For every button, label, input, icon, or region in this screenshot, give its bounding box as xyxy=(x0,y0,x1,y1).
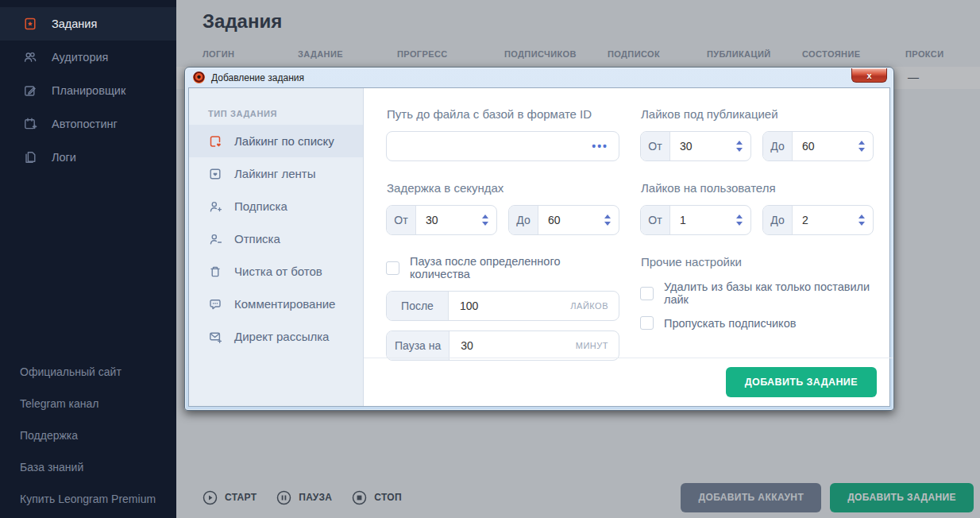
submit-add-task-button[interactable]: ДОБАВИТЬ ЗАДАНИЕ xyxy=(726,367,877,397)
spinner-down-icon[interactable] xyxy=(858,148,865,152)
likes-user-to-spinner: До xyxy=(762,205,874,235)
skip-followers-checkbox[interactable] xyxy=(640,316,654,330)
spinner-down-icon[interactable] xyxy=(604,222,611,226)
sidebar-item-planner[interactable]: Планировщик xyxy=(0,74,176,107)
after-count-prefix: После xyxy=(387,292,449,320)
modal-titlebar[interactable]: Добавление задания xyxy=(188,68,890,87)
task-type-liking-feed[interactable]: Лайкинг ленты xyxy=(189,157,363,190)
sidebar-nav: Задания Аудитория Планировщик Автопост xyxy=(0,0,176,174)
tasks-icon xyxy=(23,17,37,31)
sidebar-item-label: Аудитория xyxy=(52,51,108,64)
sidebar-item-audience[interactable]: Аудитория xyxy=(0,41,176,74)
likes-user-to-arrows xyxy=(858,206,873,234)
sidebar-item-logs[interactable]: Логи xyxy=(0,141,176,174)
remove-from-base-label: Удалить из базы как только поставили лай… xyxy=(664,280,874,306)
likes-post-from-arrows xyxy=(736,132,750,160)
delay-to-prefix: До xyxy=(509,206,538,234)
task-type-label: Комментирование xyxy=(234,297,335,311)
likes-post-from-input[interactable] xyxy=(670,132,736,160)
logs-icon xyxy=(23,150,37,164)
close-icon[interactable]: x xyxy=(851,68,887,83)
delay-from-input[interactable] xyxy=(416,206,482,234)
spinner-up-icon[interactable] xyxy=(858,141,865,145)
mail-plus-icon xyxy=(208,330,222,344)
file-path-input[interactable] xyxy=(397,140,592,153)
likes-post-to-spinner: До xyxy=(762,131,874,161)
spinner-down-icon[interactable] xyxy=(736,222,743,226)
link-support[interactable]: Поддержка xyxy=(20,419,168,451)
delay-label: Задержка в секундах xyxy=(387,181,619,195)
pause-minutes-field: Пауза на МИНУТ xyxy=(386,331,619,361)
form-right-column: Лайков под публикацией От xyxy=(640,107,874,370)
after-count-field: После ЛАЙКОВ xyxy=(386,291,619,321)
likes-post-to-input[interactable] xyxy=(793,132,858,160)
link-buy-premium[interactable]: Купить Leongram Premium xyxy=(20,483,168,515)
link-official-site[interactable]: Официальный сайт xyxy=(20,356,168,388)
likes-user-from-spinner: От xyxy=(640,205,751,235)
image-heart-icon xyxy=(208,167,222,181)
task-type-subscribe[interactable]: Подписка xyxy=(189,190,363,222)
pause-after-checkbox-row: Пауза после определенного количества xyxy=(386,255,619,280)
file-path-field: ••• xyxy=(386,131,619,161)
link-telegram-channel[interactable]: Telegram канал xyxy=(20,388,168,419)
after-count-input[interactable] xyxy=(449,300,570,312)
task-type-label: Лайкинг по списку xyxy=(234,134,334,148)
sidebar-item-tasks[interactable]: Задания xyxy=(0,7,176,41)
remove-from-base-checkbox[interactable] xyxy=(640,287,654,300)
planner-icon xyxy=(23,83,37,98)
app-logo-icon xyxy=(193,72,205,83)
task-type-direct-mailing[interactable]: Директ рассылка xyxy=(189,320,363,353)
task-type-bot-cleanup[interactable]: Чистка от ботов xyxy=(189,255,363,288)
likes-per-post-label: Лайков под публикацией xyxy=(641,107,874,121)
user-minus-icon xyxy=(208,232,222,246)
spinner-up-icon[interactable] xyxy=(858,215,865,218)
audience-icon xyxy=(23,50,37,64)
user-plus-icon xyxy=(208,199,222,214)
file-path-label: Путь до файла с базой в формате ID xyxy=(387,107,619,121)
likes-post-to-prefix: До xyxy=(763,132,793,160)
delay-from-prefix: От xyxy=(387,206,416,234)
task-type-commenting[interactable]: Комментирование xyxy=(189,288,363,320)
modal-add-task: Добавление задания x ТИП ЗАДАНИЯ Лайкинг… xyxy=(184,67,894,411)
task-type-label: Лайкинг ленты xyxy=(234,167,315,180)
link-knowledge-base[interactable]: База знаний xyxy=(20,451,168,483)
remove-from-base-row: Удалить из базы как только поставили лай… xyxy=(640,280,874,306)
likes-user-to-input[interactable] xyxy=(793,206,858,234)
sidebar-item-label: Автопостинг xyxy=(52,118,118,130)
spinner-down-icon[interactable] xyxy=(482,222,488,226)
spinner-down-icon[interactable] xyxy=(736,148,743,152)
spinner-up-icon[interactable] xyxy=(736,141,743,145)
task-type-liking-list[interactable]: Лайкинг по списку xyxy=(189,125,363,157)
likes-post-from-spinner: От xyxy=(640,131,751,161)
browse-dots-icon[interactable]: ••• xyxy=(592,141,608,152)
likes-user-from-input[interactable] xyxy=(670,206,736,234)
task-type-label: Чистка от ботов xyxy=(234,265,322,278)
delay-from-arrows xyxy=(482,206,496,234)
spinner-up-icon[interactable] xyxy=(736,215,743,218)
task-form: Путь до файла с базой в формате ID ••• З… xyxy=(364,88,893,406)
likes-per-user-label: Лайков на пользователя xyxy=(641,181,874,195)
task-type-unsubscribe[interactable]: Отписка xyxy=(189,222,363,255)
delay-from-spinner: От xyxy=(386,205,497,235)
pause-after-checkbox[interactable] xyxy=(386,261,399,275)
comment-icon xyxy=(208,297,222,311)
task-type-panel: ТИП ЗАДАНИЯ Лайкинг по списку Лайкинг ле… xyxy=(189,88,364,406)
delay-to-input[interactable] xyxy=(538,206,604,234)
after-count-suffix: ЛАЙКОВ xyxy=(570,301,619,311)
delay-to-arrows xyxy=(604,206,619,234)
task-type-label: Директ рассылка xyxy=(234,330,329,343)
sidebar-item-autoposting[interactable]: Автопостинг xyxy=(0,107,176,141)
modal-title: Добавление задания xyxy=(211,72,304,83)
skip-followers-label: Пропускать подписчиков xyxy=(664,317,796,330)
spinner-down-icon[interactable] xyxy=(858,222,865,226)
pause-minutes-suffix: МИНУТ xyxy=(576,341,619,350)
spinner-up-icon[interactable] xyxy=(604,215,611,218)
pause-minutes-input[interactable] xyxy=(449,339,575,352)
likes-user-from-prefix: От xyxy=(641,206,670,234)
likes-post-from-prefix: От xyxy=(641,132,670,160)
pause-after-checkbox-label: Пауза после определенного количества xyxy=(410,255,619,280)
task-type-header: ТИП ЗАДАНИЯ xyxy=(208,109,363,118)
spinner-up-icon[interactable] xyxy=(482,215,488,218)
modal-footer: ДОБАВИТЬ ЗАДАНИЕ xyxy=(364,358,893,406)
sidebar: Задания Аудитория Планировщик Автопост xyxy=(0,0,176,518)
